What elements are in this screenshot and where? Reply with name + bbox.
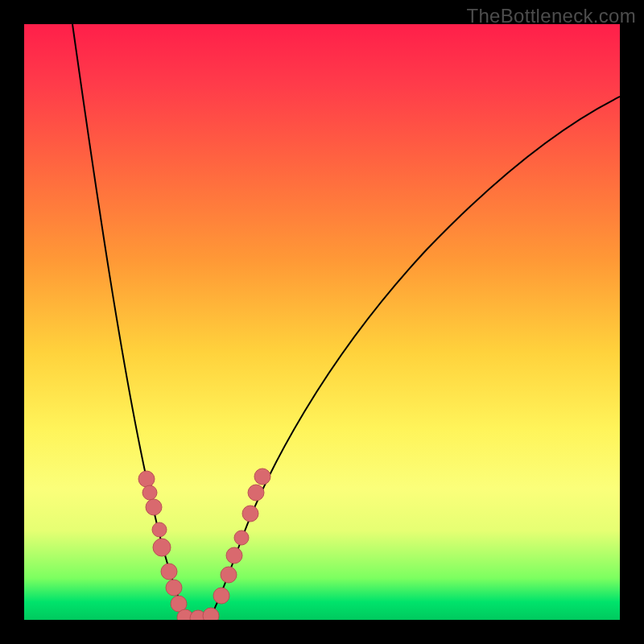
data-point-marker [213, 588, 229, 604]
data-point-marker [142, 485, 157, 500]
data-point-marker [203, 608, 219, 620]
data-point-marker [152, 522, 167, 537]
data-point-marker [254, 469, 270, 485]
data-point-marker [161, 564, 177, 580]
data-point-marker [221, 567, 237, 583]
data-point-marker [226, 547, 242, 564]
data-point-marker [248, 485, 264, 501]
data-point-marker [234, 530, 249, 545]
plot-area [24, 24, 620, 620]
data-point-marker [138, 471, 155, 487]
data-point-marker [166, 580, 182, 596]
watermark-text: TheBottleneck.com [466, 5, 636, 27]
data-point-marker [153, 539, 171, 556]
data-point-marker [146, 499, 162, 515]
marker-layer [24, 24, 620, 620]
data-point-marker [242, 506, 258, 522]
